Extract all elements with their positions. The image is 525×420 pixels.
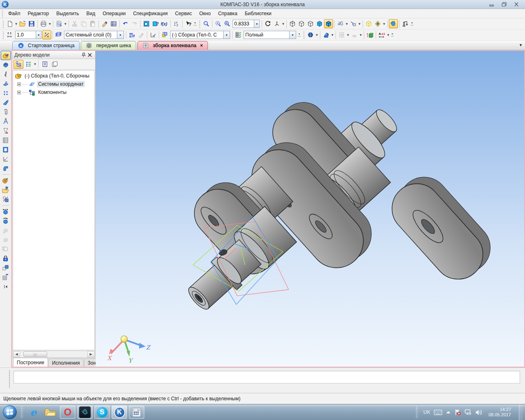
menu-grip[interactable] bbox=[1, 9, 3, 18]
spatial-spline-button[interactable] bbox=[1, 70, 11, 79]
snap-toggle-button[interactable] bbox=[42, 30, 51, 39]
copy-button[interactable] bbox=[79, 19, 88, 28]
tree-node-label[interactable]: Компоненты bbox=[37, 89, 68, 96]
tree-structure-button[interactable] bbox=[14, 60, 23, 69]
windows-explorer-icon[interactable] bbox=[43, 406, 58, 419]
model-tree-header[interactable]: Дерево модели bbox=[12, 51, 95, 59]
spec-objects-button[interactable]: @ bbox=[337, 30, 346, 39]
zoom-pan-button[interactable] bbox=[214, 19, 223, 28]
mate-slash-button[interactable] bbox=[1, 195, 11, 204]
internet-explorer-icon[interactable]: e bbox=[25, 406, 41, 419]
zoom-scale-combo[interactable]: ▼ bbox=[233, 20, 260, 28]
tree-node-row[interactable]: Компоненты bbox=[13, 88, 94, 96]
print-preview-dropdown[interactable]: ▼ bbox=[64, 19, 67, 28]
detail-level-combo[interactable]: Полный ▼ bbox=[244, 31, 296, 39]
cut-button[interactable] bbox=[70, 19, 79, 28]
kompas-taskbar-icon[interactable]: K bbox=[112, 406, 127, 419]
keyboard-layout-icon[interactable] bbox=[434, 410, 442, 415]
menu-operations[interactable]: Операции bbox=[99, 9, 129, 18]
rotate-disabled-button[interactable] bbox=[1, 235, 11, 244]
toolbar-overflow[interactable]: ▾— bbox=[410, 19, 414, 28]
tree-node-label[interactable]: Системы координат bbox=[37, 81, 85, 87]
fx-variables-button[interactable]: f(x) bbox=[160, 19, 169, 28]
dashed-cube-button[interactable] bbox=[364, 19, 373, 28]
tab-versions[interactable]: Исполнения bbox=[48, 358, 84, 367]
add-from-file-button[interactable] bbox=[1, 185, 11, 194]
pin-icon[interactable] bbox=[80, 52, 87, 58]
tab-construction[interactable]: Построение bbox=[13, 358, 48, 367]
minimize-button[interactable] bbox=[487, 2, 496, 7]
layers-manager-button[interactable] bbox=[54, 30, 63, 39]
pipe-elbow-button[interactable] bbox=[1, 164, 11, 173]
filter-arrow-button[interactable] bbox=[1, 98, 11, 107]
messages-window-button[interactable]: ? bbox=[151, 19, 160, 28]
opera-icon[interactable]: O bbox=[60, 406, 75, 419]
spec-objects-dropdown[interactable]: ▼ bbox=[346, 30, 350, 39]
renumber-objects-button[interactable]: 12 bbox=[172, 19, 181, 28]
new-document-dropdown[interactable]: ▼ bbox=[14, 19, 18, 28]
frames-swap-button[interactable] bbox=[160, 30, 169, 39]
dimensions-3d-button[interactable] bbox=[365, 30, 374, 39]
toolbar-grip[interactable] bbox=[2, 31, 4, 39]
step-combo[interactable]: ▼ bbox=[15, 31, 41, 39]
3d-dark-app-icon[interactable] bbox=[77, 406, 93, 419]
quick-wedge-button[interactable] bbox=[322, 30, 331, 39]
shaded-button[interactable] bbox=[315, 19, 324, 28]
sketch-axes-button[interactable] bbox=[1, 155, 11, 164]
taskbar-clock[interactable]: 14:27 08.05.2017 bbox=[486, 407, 514, 418]
menu-libraries[interactable]: Библиотеки bbox=[241, 9, 275, 18]
language-indicator[interactable]: UK bbox=[423, 409, 430, 415]
refresh-image-button[interactable] bbox=[263, 19, 272, 28]
shaded-with-edges-button[interactable] bbox=[324, 19, 333, 28]
tab-crankshaft-assembly[interactable]: зборка коленвала × bbox=[137, 41, 208, 50]
copy-instances-button[interactable] bbox=[1, 263, 11, 272]
composition-list-button[interactable] bbox=[23, 60, 33, 69]
undo-button[interactable] bbox=[121, 19, 130, 28]
structure-check-button[interactable] bbox=[234, 30, 243, 39]
doc-view-button[interactable] bbox=[40, 60, 50, 69]
orientation-dropdown[interactable]: ▼ bbox=[281, 19, 285, 28]
hidden-icons-arrow[interactable] bbox=[446, 411, 451, 414]
tab-close-icon[interactable]: × bbox=[200, 43, 203, 48]
variables-window-button[interactable] bbox=[142, 19, 151, 28]
mate-disabled-button[interactable] bbox=[1, 226, 11, 235]
document-combo[interactable]: (-) Сборка (Тел-0, С ▼ bbox=[170, 31, 230, 39]
toolbar-grip[interactable] bbox=[199, 20, 201, 28]
add-component-button[interactable] bbox=[1, 176, 11, 185]
rotate-model-button[interactable] bbox=[389, 19, 398, 28]
zoom-scale-input[interactable] bbox=[233, 21, 254, 27]
orientation-sphere-button[interactable] bbox=[306, 30, 315, 39]
edit-disabled-button[interactable] bbox=[137, 30, 146, 39]
expand-plus-icon[interactable] bbox=[17, 82, 21, 86]
points-array-button[interactable] bbox=[1, 89, 11, 98]
zoom-scale-dropdown[interactable]: ▼ bbox=[254, 20, 259, 27]
title-bar[interactable]: K КОМПАС-3D V16 - зборка коленвала bbox=[0, 0, 525, 9]
menu-view[interactable]: Вид bbox=[83, 9, 99, 18]
tab-front-cheek[interactable]: передния шека bbox=[81, 41, 136, 50]
detail-level-dropdown[interactable]: ▼ bbox=[289, 31, 296, 39]
expand-plus-icon[interactable] bbox=[17, 91, 21, 94]
start-button[interactable] bbox=[3, 405, 17, 419]
show-desktop-button[interactable] bbox=[519, 404, 523, 420]
tray-grip[interactable] bbox=[415, 406, 418, 418]
current-step-button[interactable] bbox=[5, 30, 14, 39]
step-input[interactable] bbox=[16, 32, 36, 38]
save-button[interactable] bbox=[27, 19, 36, 28]
close-button[interactable] bbox=[512, 2, 521, 7]
local-polygon-button[interactable] bbox=[128, 30, 137, 39]
print-dropdown[interactable]: ▼ bbox=[48, 19, 52, 28]
composition-dropdown[interactable]: ▼ bbox=[33, 60, 37, 69]
tree-node-row[interactable]: Системы координат bbox=[13, 80, 94, 88]
hidden-lines-thin-button[interactable] bbox=[306, 19, 315, 28]
hide-objects-button[interactable] bbox=[349, 19, 358, 28]
model-tree[interactable]: (-) Сборка (Тел-0, Сборочны Системы коор… bbox=[13, 70, 95, 350]
instances-table-button[interactable] bbox=[1, 273, 11, 282]
zoom-by-frame-button[interactable] bbox=[202, 19, 211, 28]
calculator-icon[interactable]: 0 bbox=[129, 406, 144, 419]
property-bar-drag-handle[interactable] bbox=[9, 370, 10, 388]
tree-root-label[interactable]: (-) Сборка (Тел-0, Сборочны bbox=[23, 73, 91, 79]
doc-copy-button[interactable] bbox=[50, 60, 59, 69]
hide-objects-dropdown[interactable]: ▼ bbox=[358, 19, 361, 28]
layout-sheets-dropdown[interactable]: ▼ bbox=[359, 30, 363, 39]
network-icon[interactable] bbox=[465, 409, 472, 415]
